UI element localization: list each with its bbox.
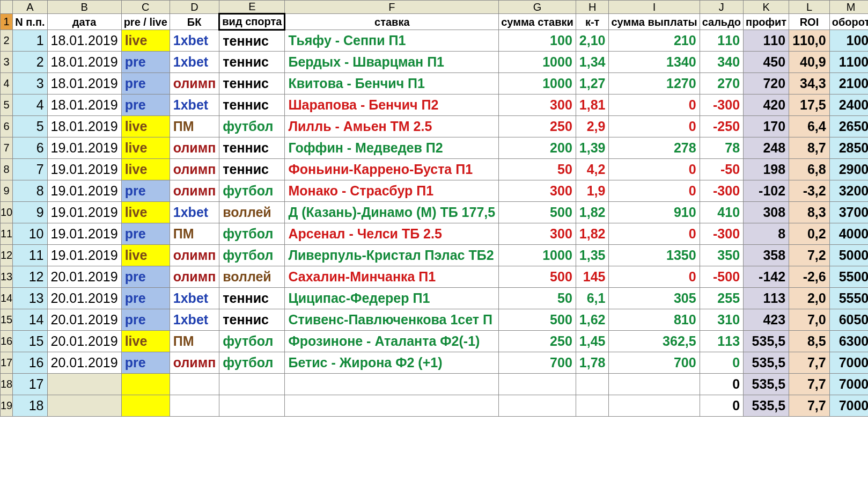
hdr-sport[interactable]: вид спорта xyxy=(219,14,285,30)
cell-kt[interactable]: 1,45 xyxy=(576,331,609,352)
cell-turn[interactable]: 2900 xyxy=(829,159,868,180)
cell-date[interactable]: 19.01.2019 xyxy=(47,159,121,180)
cell-n[interactable]: 5 xyxy=(13,116,47,137)
cell-saldo[interactable]: 0 xyxy=(700,352,743,374)
cell-pay[interactable]: 700 xyxy=(609,352,700,374)
cell-pay[interactable]: 0 xyxy=(609,116,700,137)
cell-roi[interactable]: 7,7 xyxy=(789,395,830,417)
cell-date[interactable] xyxy=(47,374,121,395)
cell-saldo[interactable]: -250 xyxy=(700,116,743,137)
cell-sport[interactable] xyxy=(219,374,285,395)
cell-n[interactable]: 2 xyxy=(13,52,47,73)
cell-roi[interactable]: 6,4 xyxy=(789,116,830,137)
cell-bk[interactable]: олимп xyxy=(170,73,219,95)
cell-date[interactable]: 20.01.2019 xyxy=(47,266,121,288)
cell-turn[interactable]: 5550 xyxy=(829,288,868,309)
cell-sport[interactable]: футбол xyxy=(219,223,285,245)
cell-roi[interactable]: 2,0 xyxy=(789,288,830,309)
cell-roi[interactable]: 17,5 xyxy=(789,95,830,116)
cell-profit[interactable]: 170 xyxy=(744,116,789,137)
cell-prelive[interactable]: live xyxy=(121,137,170,159)
cell-sport[interactable]: футбол xyxy=(219,352,285,374)
cell-prelive[interactable]: live xyxy=(121,30,170,52)
cell-kt[interactable]: 4,2 xyxy=(576,159,609,180)
cell-bk[interactable]: 1xbet xyxy=(170,288,219,309)
cell-saldo[interactable]: 110 xyxy=(700,30,743,52)
cell-turn[interactable]: 3200 xyxy=(829,180,868,202)
cell-kt[interactable] xyxy=(576,395,609,417)
cell-bk[interactable]: олимп xyxy=(170,245,219,266)
cell-n[interactable]: 15 xyxy=(13,331,47,352)
hdr-profit[interactable]: профит xyxy=(744,14,789,30)
cell-kt[interactable]: 1,82 xyxy=(576,202,609,223)
cell-sum[interactable]: 300 xyxy=(499,95,576,116)
cell-sport[interactable]: футбол xyxy=(219,180,285,202)
cell-prelive[interactable]: live xyxy=(121,331,170,352)
cell-n[interactable]: 16 xyxy=(13,352,47,374)
cell-sport[interactable]: футбол xyxy=(219,116,285,137)
row-header-6[interactable]: 6 xyxy=(1,116,13,137)
cell-roi[interactable]: 40,9 xyxy=(789,52,830,73)
col-header-K[interactable]: K xyxy=(744,1,789,14)
cell-prelive[interactable]: pre xyxy=(121,288,170,309)
cell-kt[interactable]: 1,81 xyxy=(576,95,609,116)
cell-sum[interactable]: 250 xyxy=(499,116,576,137)
cell-profit[interactable]: 248 xyxy=(744,137,789,159)
cell-sport[interactable] xyxy=(219,395,285,417)
cell-prelive[interactable]: pre xyxy=(121,266,170,288)
cell-sum[interactable]: 50 xyxy=(499,288,576,309)
cell-date[interactable]: 18.01.2019 xyxy=(47,30,121,52)
cell-sum[interactable]: 300 xyxy=(499,223,576,245)
cell-sum[interactable]: 500 xyxy=(499,266,576,288)
cell-sport[interactable]: теннис xyxy=(219,309,285,331)
cell-sum[interactable]: 50 xyxy=(499,159,576,180)
cell-bk[interactable]: 1xbet xyxy=(170,30,219,52)
cell-profit[interactable]: 423 xyxy=(744,309,789,331)
cell-n[interactable]: 7 xyxy=(13,159,47,180)
cell-prelive[interactable]: pre xyxy=(121,73,170,95)
row-header-4[interactable]: 4 xyxy=(1,73,13,95)
cell-roi[interactable]: 8,3 xyxy=(789,202,830,223)
cell-saldo[interactable]: 310 xyxy=(700,309,743,331)
col-header-L[interactable]: L xyxy=(789,1,830,14)
cell-n[interactable]: 17 xyxy=(13,374,47,395)
cell-pay[interactable]: 1350 xyxy=(609,245,700,266)
cell-saldo[interactable]: -500 xyxy=(700,266,743,288)
cell-turn[interactable]: 2100 xyxy=(829,73,868,95)
cell-sport[interactable]: воллей xyxy=(219,266,285,288)
cell-bet[interactable]: Фрозиноне - Аталанта Ф2(-1) xyxy=(285,331,499,352)
cell-date[interactable]: 20.01.2019 xyxy=(47,288,121,309)
cell-roi[interactable]: 110,0 xyxy=(789,30,830,52)
cell-roi[interactable]: -3,2 xyxy=(789,180,830,202)
cell-sum[interactable] xyxy=(499,374,576,395)
cell-date[interactable]: 18.01.2019 xyxy=(47,52,121,73)
cell-saldo[interactable]: 350 xyxy=(700,245,743,266)
cell-profit[interactable]: 420 xyxy=(744,95,789,116)
cell-saldo[interactable]: 0 xyxy=(700,395,743,417)
cell-date[interactable]: 18.01.2019 xyxy=(47,73,121,95)
cell-pay[interactable]: 0 xyxy=(609,180,700,202)
cell-profit[interactable]: 308 xyxy=(744,202,789,223)
cell-sum[interactable]: 1000 xyxy=(499,73,576,95)
cell-bk[interactable] xyxy=(170,374,219,395)
cell-bet[interactable]: Бердых - Шварцман П1 xyxy=(285,52,499,73)
cell-prelive[interactable]: pre xyxy=(121,95,170,116)
row-header-3[interactable]: 3 xyxy=(1,52,13,73)
hdr-roi[interactable]: ROI xyxy=(789,14,830,30)
col-header-M[interactable]: M xyxy=(829,1,868,14)
col-header-C[interactable]: C xyxy=(121,1,170,14)
cell-profit[interactable]: 720 xyxy=(744,73,789,95)
cell-kt[interactable]: 1,35 xyxy=(576,245,609,266)
hdr-kt[interactable]: к-т xyxy=(576,14,609,30)
cell-n[interactable]: 18 xyxy=(13,395,47,417)
col-header-D[interactable]: D xyxy=(170,1,219,14)
cell-sum[interactable]: 100 xyxy=(499,30,576,52)
col-header-A[interactable]: A xyxy=(13,1,47,14)
row-header-9[interactable]: 9 xyxy=(1,180,13,202)
row-header-5[interactable]: 5 xyxy=(1,95,13,116)
cell-date[interactable]: 19.01.2019 xyxy=(47,223,121,245)
cell-roi[interactable]: -2,6 xyxy=(789,266,830,288)
cell-bet[interactable]: Ливерпуль-Кристал Пэлас ТБ2 xyxy=(285,245,499,266)
cell-profit[interactable]: 535,5 xyxy=(744,331,789,352)
cell-kt[interactable]: 1,34 xyxy=(576,52,609,73)
